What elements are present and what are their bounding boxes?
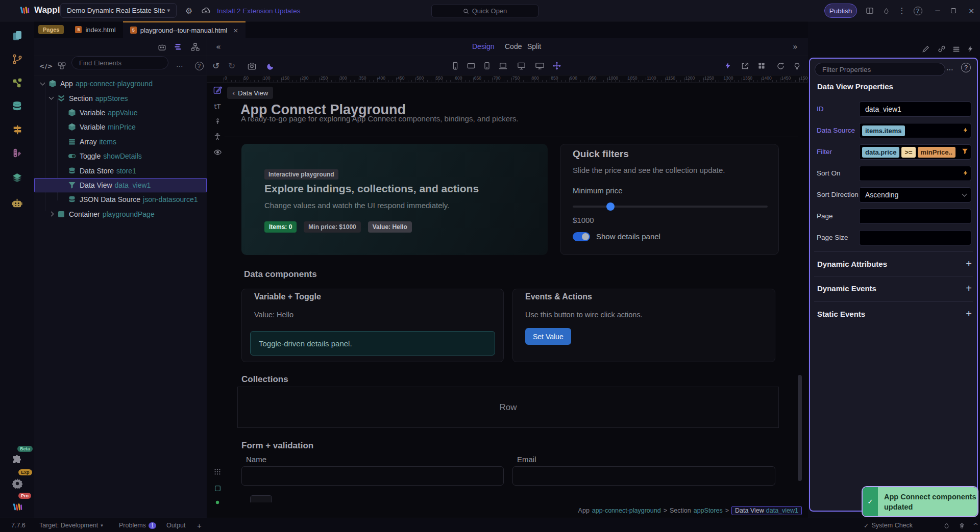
add-icon[interactable]: + (966, 258, 972, 270)
slider-thumb[interactable] (606, 202, 615, 211)
dynamic-events-section[interactable]: Dynamic Events + (817, 281, 972, 295)
filter-chip-operator[interactable]: >= (901, 147, 915, 158)
add-icon[interactable]: + (966, 283, 972, 294)
unlink-icon[interactable] (936, 43, 948, 55)
id-field[interactable] (859, 102, 971, 117)
edit-mode-icon[interactable] (212, 84, 223, 95)
sort-on-field[interactable] (859, 166, 971, 181)
theme-drop-icon[interactable] (880, 0, 892, 21)
close-button[interactable]: × (966, 0, 977, 21)
filter-properties-input[interactable] (815, 63, 945, 76)
eye-icon[interactable] (212, 146, 223, 158)
settings-gear-icon[interactable]: ⚙ (183, 0, 195, 21)
tree-node-array[interactable]: Arrayitems (34, 135, 207, 149)
hero-card[interactable]: Interactive playground Explore bindings,… (241, 144, 548, 255)
name-field[interactable] (241, 466, 504, 486)
add-icon[interactable]: + (966, 308, 972, 320)
chevron-down-icon[interactable] (49, 95, 54, 100)
experimental-gear-icon[interactable] (0, 473, 34, 494)
cloud-download-icon[interactable] (199, 0, 212, 21)
collapse-statusbar-icon[interactable]: ^ (973, 518, 978, 532)
pro-wappler-icon[interactable] (0, 497, 34, 517)
funnel-picker-icon[interactable] (962, 147, 968, 157)
edit-element-pencil-icon[interactable] (919, 43, 932, 55)
layout-columns-icon[interactable] (864, 0, 876, 21)
tree-node-app[interactable]: Appapp-connect-playground (34, 77, 207, 91)
tree-node-variable-appvalue[interactable]: VariableappValue (34, 106, 207, 120)
quick-filters-card[interactable]: Quick filters Slide the price and see th… (560, 144, 779, 255)
app-structure-list-icon[interactable] (172, 41, 184, 53)
dynamic-attributes-section[interactable]: Dynamic Attributes + (817, 257, 972, 271)
page-size-field[interactable] (859, 230, 971, 245)
text-tool-icon[interactable]: tT (212, 100, 223, 112)
filter-chip-left[interactable]: data.price (862, 147, 899, 158)
tree-node-variable-minprice[interactable]: VariableminPrice (34, 120, 207, 134)
extensions-puzzle-icon[interactable] (0, 450, 34, 470)
selection-breadcrumb-chip[interactable]: ‹ Data View (227, 87, 273, 99)
breadcrumb[interactable]: App app-connect-playground > Section app… (578, 506, 802, 515)
tree-node-section[interactable]: SectionappStores (34, 91, 207, 105)
target-selector[interactable]: Target: Development ▾ (39, 518, 103, 532)
system-check-button[interactable]: ✓ System Check (864, 518, 913, 532)
quick-open-search[interactable]: Quick Open (431, 5, 538, 17)
tree-node-toggle[interactable]: ToggleshowDetails (34, 149, 207, 163)
kebab-menu-icon[interactable]: ⋮ (896, 0, 908, 21)
props-help-icon[interactable]: ? (961, 63, 971, 72)
lightning-picker-icon[interactable] (963, 126, 968, 135)
chevron-down-icon[interactable] (40, 80, 45, 85)
page-field[interactable] (859, 209, 971, 224)
publish-button[interactable]: Publish (824, 4, 857, 18)
events-actions-card[interactable]: Events & Actions Use this button to wire… (512, 289, 775, 362)
tree-node-dataview-selected[interactable]: Data Viewdata_view1 (34, 178, 207, 192)
drag-grid-icon[interactable] (212, 466, 223, 477)
pages-panel-icon[interactable] (0, 26, 34, 46)
variable-toggle-card[interactable]: Variable + Toggle Value: Hello Toggle-dr… (241, 289, 504, 362)
tree-node-json-datasource[interactable]: JSON Data Sourcejson-datasource1 (34, 192, 207, 207)
tree-help-icon[interactable]: ? (193, 60, 205, 71)
minimize-button[interactable]: − (932, 0, 943, 21)
data-source-field[interactable]: items.items (859, 123, 971, 138)
sitemap-icon[interactable] (189, 41, 201, 53)
filter-field[interactable]: data.price >= minPrice.. (859, 144, 971, 160)
info-person-icon[interactable] (212, 116, 223, 127)
find-elements-input[interactable] (71, 56, 168, 69)
accessibility-icon[interactable] (212, 131, 223, 142)
static-events-section[interactable]: Static Events + (817, 307, 972, 321)
show-details-toggle[interactable] (573, 232, 590, 241)
collections-row-box[interactable]: Row (237, 387, 779, 428)
styles-palette-icon[interactable] (0, 143, 34, 163)
add-panel-button[interactable]: + (197, 518, 202, 532)
element-handle-icon[interactable] (212, 483, 223, 494)
price-slider[interactable] (573, 206, 768, 208)
close-tab-icon[interactable]: × (233, 27, 238, 34)
output-button[interactable]: Output (166, 518, 186, 532)
tree-node-container[interactable]: ContainerplaygroundPage (34, 207, 207, 221)
layers-icon[interactable] (0, 167, 34, 188)
git-icon[interactable] (0, 49, 34, 69)
props-more-icon[interactable]: ⋯ (946, 65, 953, 73)
ai-robot-icon[interactable] (0, 193, 34, 213)
tab-playground[interactable]: 5 playground--tour-manual.html × (123, 21, 246, 38)
database-icon[interactable] (0, 96, 34, 116)
code-view-icon[interactable]: </> (39, 60, 53, 71)
data-source-chip[interactable]: items.items (862, 125, 905, 136)
tree-more-icon[interactable]: ⋯ (174, 60, 185, 71)
workflows-icon[interactable] (0, 72, 34, 93)
tab-index-html[interactable]: 5 index.html (68, 21, 122, 38)
toast-notification[interactable]: ✓ App Connect components updated (862, 486, 978, 517)
tree-node-datastore[interactable]: Data Storestore1 (34, 163, 207, 178)
ai-assistant-icon[interactable] (156, 41, 168, 53)
clean-drop-icon[interactable] (943, 518, 950, 532)
maximize-button[interactable] (948, 0, 959, 21)
pages-badge[interactable]: Pages (38, 25, 64, 34)
components-blocks-icon[interactable] (56, 60, 68, 71)
canvas-scrollbar[interactable] (798, 375, 802, 481)
trash-icon[interactable] (959, 518, 965, 532)
sort-direction-select[interactable]: Ascending (859, 187, 971, 202)
project-selector[interactable]: Demo Dynamic Real Estate Site ▾ (60, 3, 177, 18)
partial-submit-button[interactable] (250, 495, 272, 502)
lightning-picker-icon[interactable] (963, 169, 968, 178)
breadcrumb-current-chip[interactable]: Data View data_view1 (731, 506, 802, 515)
problems-button[interactable]: Problems 1 (119, 518, 156, 532)
filter-chip-right[interactable]: minPrice.. (918, 147, 955, 158)
